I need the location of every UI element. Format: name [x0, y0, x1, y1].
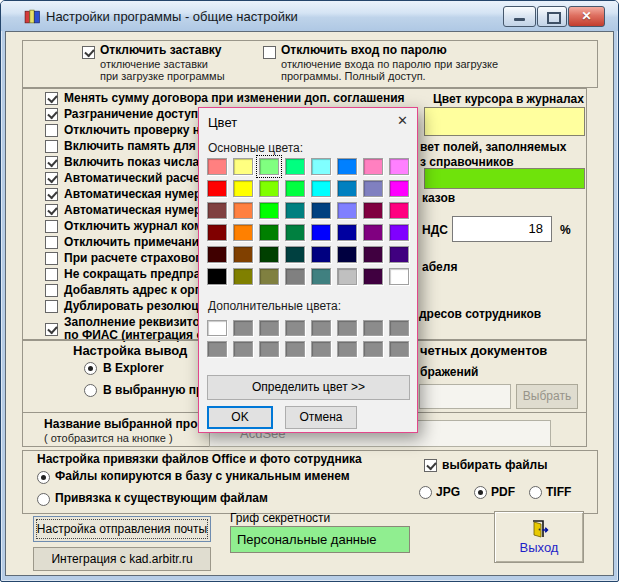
checkbox-icon[interactable]: [45, 92, 58, 105]
disable-password-checkbox[interactable]: [263, 46, 276, 59]
cancel-button[interactable]: Отмена: [285, 406, 357, 429]
output-explorer-radio[interactable]: [84, 362, 97, 375]
color-swatch[interactable]: [389, 180, 409, 197]
color-swatch[interactable]: [363, 202, 383, 219]
title-bar[interactable]: Настройки программы - общие настройки: [1, 1, 618, 31]
color-swatch[interactable]: [285, 202, 305, 219]
color-swatch[interactable]: [311, 158, 331, 175]
color-swatch[interactable]: [363, 341, 383, 357]
color-swatch[interactable]: [389, 341, 409, 357]
dialog-close-icon[interactable]: ✕: [397, 113, 408, 128]
output-program-radio[interactable]: [84, 384, 97, 397]
radio-icon[interactable]: [529, 486, 542, 499]
color-swatch[interactable]: [259, 246, 279, 263]
maximize-button[interactable]: [537, 6, 567, 27]
color-swatch[interactable]: [207, 202, 227, 219]
color-swatch[interactable]: [389, 246, 409, 263]
color-swatch[interactable]: [337, 246, 357, 263]
checkbox-icon[interactable]: [45, 268, 58, 281]
color-swatch[interactable]: [207, 320, 227, 336]
color-swatch[interactable]: [311, 224, 331, 241]
color-swatch[interactable]: [311, 341, 331, 357]
checkbox-icon[interactable]: [45, 108, 58, 121]
ok-button[interactable]: OK: [207, 406, 273, 429]
checkbox-icon[interactable]: [45, 188, 58, 201]
color-swatch[interactable]: [259, 268, 279, 285]
color-swatch[interactable]: [337, 268, 357, 285]
color-swatch[interactable]: [259, 224, 279, 241]
color-swatch[interactable]: [363, 224, 383, 241]
color-swatch[interactable]: [311, 180, 331, 197]
exit-button[interactable]: Выход: [494, 511, 584, 563]
checkbox-icon[interactable]: [45, 284, 58, 297]
minimize-button[interactable]: [503, 6, 536, 27]
checkbox-icon[interactable]: [45, 124, 58, 137]
checkbox-icon[interactable]: [45, 300, 58, 313]
office-link-radio[interactable]: [37, 493, 50, 506]
color-swatch[interactable]: [207, 341, 227, 357]
disable-splash-checkbox[interactable]: [82, 46, 95, 59]
color-swatch[interactable]: [337, 202, 357, 219]
option-row[interactable]: Менять сумму договора при изменении доп.…: [45, 90, 475, 106]
kad-arbitr-button[interactable]: Интеграция с kad.arbitr.ru: [33, 547, 211, 571]
color-swatch[interactable]: [233, 268, 253, 285]
color-swatch[interactable]: [207, 158, 227, 175]
checkbox-icon[interactable]: [45, 204, 58, 217]
color-swatch[interactable]: [233, 180, 253, 197]
mail-settings-button[interactable]: Настройка отправления почты: [33, 516, 211, 542]
color-swatch[interactable]: [207, 246, 227, 263]
checkbox-icon[interactable]: [45, 252, 58, 265]
reference-fields-color-field[interactable]: [424, 168, 585, 189]
color-swatch[interactable]: [207, 224, 227, 241]
color-swatch[interactable]: [233, 224, 253, 241]
color-swatch[interactable]: [389, 158, 409, 175]
color-swatch[interactable]: [259, 202, 279, 219]
checkbox-icon[interactable]: [45, 172, 58, 185]
radio-icon[interactable]: [474, 486, 487, 499]
color-swatch[interactable]: [363, 246, 383, 263]
color-swatch[interactable]: [233, 341, 253, 357]
color-swatch[interactable]: [337, 341, 357, 357]
color-swatch[interactable]: [233, 246, 253, 263]
viewer-path-field[interactable]: [419, 384, 511, 409]
format-option-tiff[interactable]: TIFF: [529, 485, 571, 499]
color-swatch[interactable]: [311, 320, 331, 336]
color-swatch[interactable]: [363, 268, 383, 285]
color-swatch[interactable]: [311, 202, 331, 219]
color-swatch[interactable]: [337, 180, 357, 197]
checkbox-icon[interactable]: [45, 220, 58, 233]
color-swatch[interactable]: [285, 180, 305, 197]
color-swatch[interactable]: [337, 224, 357, 241]
format-option-pdf[interactable]: PDF: [474, 485, 515, 499]
color-swatch[interactable]: [233, 320, 253, 336]
color-swatch[interactable]: [337, 158, 357, 175]
color-swatch[interactable]: [389, 268, 409, 285]
color-swatch[interactable]: [311, 268, 331, 285]
color-swatch[interactable]: [285, 158, 305, 175]
cursor-color-field[interactable]: [424, 107, 585, 136]
color-swatch[interactable]: [311, 246, 331, 263]
choose-files-checkbox[interactable]: [424, 459, 437, 472]
define-color-button[interactable]: Определить цвет >>: [207, 375, 410, 400]
color-swatch[interactable]: [233, 202, 253, 219]
color-swatch[interactable]: [285, 341, 305, 357]
color-swatch[interactable]: [285, 320, 305, 336]
secrecy-field[interactable]: Персональные данные: [230, 526, 410, 553]
color-swatch[interactable]: [207, 268, 227, 285]
color-swatch[interactable]: [285, 268, 305, 285]
close-button[interactable]: [568, 6, 605, 27]
color-swatch[interactable]: [259, 320, 279, 336]
color-swatch[interactable]: [363, 158, 383, 175]
color-swatch[interactable]: [259, 341, 279, 357]
color-swatch[interactable]: [363, 320, 383, 336]
color-swatch[interactable]: [363, 180, 383, 197]
color-swatch[interactable]: [259, 180, 279, 197]
office-copy-radio[interactable]: [37, 471, 50, 484]
color-swatch[interactable]: [233, 158, 253, 175]
radio-icon[interactable]: [419, 486, 432, 499]
checkbox-icon[interactable]: [45, 156, 58, 169]
color-swatch[interactable]: [389, 224, 409, 241]
color-swatch[interactable]: [389, 202, 409, 219]
color-swatch[interactable]: [207, 180, 227, 197]
color-swatch[interactable]: [259, 158, 279, 175]
